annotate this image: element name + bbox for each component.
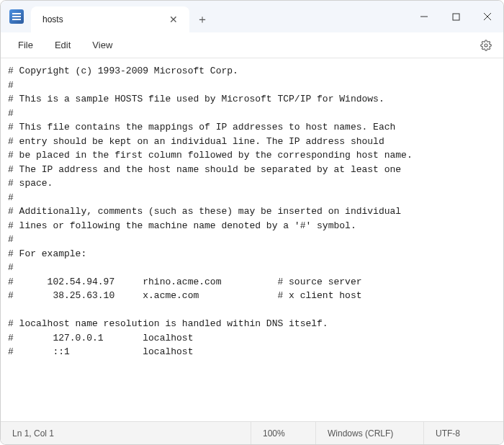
- status-cursor-position[interactable]: Ln 1, Col 1: [1, 422, 251, 444]
- gear-icon: [480, 40, 492, 51]
- close-icon[interactable]: ✕: [166, 12, 181, 27]
- svg-point-4: [485, 44, 487, 47]
- new-tab-button[interactable]: ＋: [189, 6, 215, 32]
- status-line-ending[interactable]: Windows (CRLF): [316, 422, 424, 444]
- close-window-icon: [483, 12, 492, 21]
- minimize-icon: [420, 12, 428, 21]
- minimize-button[interactable]: [408, 5, 440, 28]
- tab-title: hosts: [42, 14, 161, 24]
- settings-button[interactable]: [476, 35, 496, 55]
- menu-edit[interactable]: Edit: [45, 35, 81, 55]
- window-controls: [408, 1, 503, 32]
- titlebar: hosts ✕ ＋: [1, 1, 503, 32]
- svg-rect-1: [453, 14, 459, 20]
- status-encoding[interactable]: UTF-8: [424, 422, 503, 444]
- maximize-icon: [452, 13, 460, 21]
- statusbar: Ln 1, Col 1 100% Windows (CRLF) UTF-8: [1, 421, 503, 444]
- tab-hosts[interactable]: hosts ✕: [31, 6, 189, 32]
- menu-file[interactable]: File: [8, 35, 43, 55]
- titlebar-drag-area[interactable]: [215, 1, 408, 32]
- menubar: File Edit View: [1, 32, 503, 58]
- text-editor[interactable]: [1, 58, 503, 421]
- maximize-button[interactable]: [440, 5, 472, 28]
- close-button[interactable]: [472, 5, 503, 28]
- app-icon: [9, 9, 24, 24]
- menu-view[interactable]: View: [82, 35, 122, 55]
- status-zoom[interactable]: 100%: [251, 422, 316, 444]
